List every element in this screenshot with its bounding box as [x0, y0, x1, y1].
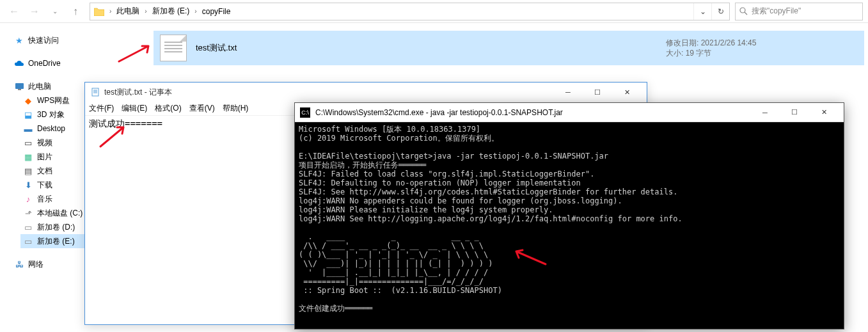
video-icon: ▭ [23, 138, 33, 148]
minimize-button[interactable]: ─ [750, 103, 780, 122]
chevron-right-icon: › [108, 8, 113, 15]
notepad-icon [90, 87, 100, 97]
breadcrumb: 此电脑 › 新加卷 (E:) › copyFile [113, 3, 693, 20]
disk-icon: ▭ [23, 236, 33, 246]
cmd-window: C:\ C:\Windows\System32\cmd.exe - java -… [294, 102, 844, 329]
menu-file[interactable]: 文件(F) [89, 103, 114, 114]
svg-rect-2 [15, 83, 24, 89]
maximize-button[interactable]: ☐ [583, 83, 612, 102]
document-icon: ▤ [23, 166, 33, 176]
file-row[interactable]: test测试.txt 修改日期: 2021/2/26 14:45 大小: 19 … [154, 31, 864, 65]
cloud-icon [14, 58, 24, 68]
refresh-button[interactable]: ↻ [711, 3, 729, 20]
disk-icon: ⬏ [23, 208, 33, 218]
cube-icon: ⬓ [23, 109, 33, 120]
menu-help[interactable]: 帮助(H) [223, 103, 249, 114]
notepad-title-text: test测试.txt - 记事本 [104, 87, 172, 98]
address-dropdown[interactable]: ⌄ [693, 3, 711, 20]
crumb-drive[interactable]: 新加卷 (E:) [148, 3, 194, 20]
folder-icon [93, 5, 106, 18]
annotation-arrow [118, 43, 154, 63]
back-button[interactable]: ← [5, 3, 23, 20]
chevron-right-icon: › [143, 8, 148, 15]
svg-rect-3 [18, 89, 21, 90]
forward-button[interactable]: → [26, 3, 43, 20]
notepad-titlebar[interactable]: test测试.txt - 记事本 ─ ☐ ✕ [85, 83, 647, 102]
address-bar[interactable]: › 此电脑 › 新加卷 (E:) › copyFile ⌄ ↻ [90, 3, 730, 20]
navigation-bar: ← → ⌄ ↑ › 此电脑 › 新加卷 (E:) › copyFile ⌄ ↻ … [0, 0, 868, 23]
file-name: test测试.txt [196, 42, 666, 54]
picture-icon: ▦ [23, 152, 33, 162]
music-icon: ♪ [23, 194, 33, 204]
chevron-right-icon: › [193, 8, 198, 15]
search-input[interactable]: 搜索"copyFile" [735, 3, 863, 20]
sidebar-onedrive[interactable]: OneDrive [12, 56, 115, 70]
desktop-icon: ▬ [23, 123, 33, 134]
monitor-icon [14, 81, 24, 91]
wps-icon: ◆ [23, 95, 33, 106]
text-file-icon [160, 35, 187, 61]
menu-format[interactable]: 格式(O) [155, 103, 181, 114]
crumb-folder[interactable]: copyFile [198, 3, 235, 20]
cmd-icon: C:\ [300, 107, 310, 118]
menu-edit[interactable]: 编辑(E) [122, 103, 147, 114]
sidebar-quick-access[interactable]: ★ 快速访问 [12, 33, 115, 47]
crumb-thispc[interactable]: 此电脑 [113, 3, 143, 20]
svg-point-0 [740, 8, 745, 13]
search-placeholder: 搜索"copyFile" [752, 6, 801, 17]
recent-dropdown[interactable]: ⌄ [46, 3, 64, 20]
close-button[interactable]: ✕ [809, 103, 839, 122]
download-icon: ⬇ [23, 180, 33, 190]
maximize-button[interactable]: ☐ [780, 103, 809, 122]
svg-line-1 [745, 12, 747, 15]
search-icon [739, 7, 748, 15]
up-button[interactable]: ↑ [67, 3, 84, 20]
svg-rect-4 [92, 88, 99, 96]
cmd-output[interactable]: Microsoft Windows [版本 10.0.18363.1379] (… [295, 122, 844, 329]
cmd-titlebar[interactable]: C:\ C:\Windows\System32\cmd.exe - java -… [295, 103, 844, 122]
network-icon: 🖧 [14, 259, 24, 269]
menu-view[interactable]: 查看(V) [189, 103, 215, 114]
minimize-button[interactable]: ─ [553, 83, 583, 102]
file-metadata: 修改日期: 2021/2/26 14:45 大小: 19 字节 [666, 38, 858, 58]
star-icon: ★ [14, 35, 24, 45]
disk-icon: ▭ [23, 222, 33, 232]
close-button[interactable]: ✕ [612, 83, 642, 102]
cmd-title-text: C:\Windows\System32\cmd.exe - java -jar … [315, 108, 563, 117]
